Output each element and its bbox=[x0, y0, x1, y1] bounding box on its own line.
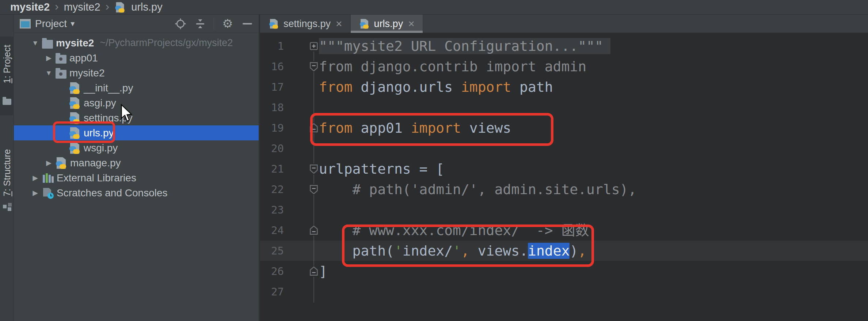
tree-item-path: ~/PycharmProjects/gx/mysite2 bbox=[100, 37, 233, 49]
chevron-right-icon[interactable]: ▶ bbox=[28, 174, 42, 182]
tree-item-asgi.py[interactable]: asgi.py bbox=[14, 95, 259, 110]
tree-item-settings.py[interactable]: settings.py bbox=[14, 110, 259, 125]
line-number: 16 bbox=[260, 56, 284, 77]
toolbar-separator bbox=[214, 18, 214, 30]
tree-item-label: asgi.py bbox=[84, 97, 116, 109]
fold-marker[interactable] bbox=[309, 41, 319, 52]
tree-item-label: Scratches and Consoles bbox=[57, 187, 168, 199]
folder-icon bbox=[42, 40, 53, 49]
tree-item-label: External Libraries bbox=[57, 172, 136, 184]
code-text[interactable]: # path('admin/', admin.site.urls), bbox=[319, 179, 636, 200]
line-number: 25 bbox=[260, 241, 284, 261]
libraries-icon bbox=[42, 172, 54, 184]
python-file-icon bbox=[269, 19, 279, 29]
chevron-down-icon[interactable]: ▼ bbox=[42, 69, 56, 77]
line-number: 1 bbox=[260, 36, 284, 56]
breadcrumb-item-project[interactable]: mysite2 bbox=[10, 1, 50, 13]
tree-item-label: wsgi.py bbox=[84, 142, 118, 154]
tool-button-structure-label[interactable]: 7: Structure bbox=[0, 143, 14, 203]
tree-item-External Libraries[interactable]: ▶External Libraries bbox=[14, 170, 259, 185]
close-icon[interactable]: × bbox=[408, 18, 415, 30]
tree-item-manage.py[interactable]: ▶manage.py bbox=[14, 155, 259, 170]
python-file-icon bbox=[56, 157, 67, 169]
locate-icon[interactable] bbox=[174, 18, 187, 30]
tab-label: settings.py bbox=[283, 18, 331, 30]
code-line-16[interactable]: 16from django.contrib import admin bbox=[260, 56, 868, 77]
tree-item-label: __init__.py bbox=[84, 82, 133, 94]
tree-item-wsgi.py[interactable]: wsgi.py bbox=[14, 140, 259, 155]
python-file-icon bbox=[69, 82, 81, 94]
tree-item-label: mysite2 bbox=[56, 37, 94, 49]
tab-label: urls.py bbox=[374, 18, 403, 30]
code-text[interactable]: from django.contrib import admin bbox=[319, 56, 586, 77]
fold-marker[interactable] bbox=[309, 266, 319, 277]
code-text[interactable]: urlpatterns = [ bbox=[319, 159, 444, 179]
line-number: 22 bbox=[260, 179, 284, 200]
pycharm-window: mysite2 › mysite2 › urls.py 1: Project 7… bbox=[0, 0, 868, 321]
chevron-right-icon[interactable]: ▶ bbox=[28, 189, 42, 197]
collapse-all-icon[interactable] bbox=[194, 18, 206, 30]
tool-button-project-label[interactable]: 1: Project bbox=[0, 39, 14, 89]
code-line-22[interactable]: 22 # path('admin/', admin.site.urls), bbox=[260, 179, 868, 200]
tree-item-label: app01 bbox=[69, 52, 98, 64]
tree-item-urls.py[interactable]: urls.py bbox=[14, 125, 259, 140]
line-number: 24 bbox=[260, 220, 284, 241]
tab-settings.py[interactable]: settings.py× bbox=[260, 15, 351, 33]
tree-item-mysite2[interactable]: ▼mysite2 bbox=[14, 65, 259, 80]
code-text[interactable]: ] bbox=[319, 261, 327, 282]
annotation-box-path-index bbox=[342, 224, 594, 267]
line-number: 26 bbox=[260, 261, 284, 282]
line-number: 19 bbox=[260, 118, 284, 138]
settings-gear-icon[interactable]: ⚙ bbox=[221, 18, 234, 30]
chevron-right-icon: › bbox=[55, 0, 59, 13]
structure-icon bbox=[3, 205, 7, 208]
chevron-down-icon[interactable]: ▼ bbox=[28, 39, 42, 47]
breadcrumb-item-package[interactable]: mysite2 bbox=[64, 1, 100, 13]
code-line-17[interactable]: 17from django.urls import path bbox=[260, 77, 868, 97]
python-file-icon bbox=[115, 2, 126, 12]
chevron-right-icon[interactable]: ▶ bbox=[42, 54, 56, 62]
code-text[interactable]: """mysite2 URL Configuration...""" bbox=[319, 36, 610, 56]
panel-title[interactable]: Project bbox=[35, 18, 67, 30]
project-view-icon bbox=[20, 19, 31, 29]
package-icon bbox=[56, 70, 66, 79]
tree-item-app01[interactable]: ▶app01 bbox=[14, 50, 259, 65]
editor-area: settings.py×urls.py× 1"""mysite2 URL Con… bbox=[260, 15, 868, 321]
tree-item-label: manage.py bbox=[70, 157, 121, 169]
tree-item-Scratches and Consoles[interactable]: ▶Scratches and Consoles bbox=[14, 185, 259, 200]
project-panel-header: Project ▾ ⚙ bbox=[14, 15, 259, 33]
line-number: 23 bbox=[260, 200, 284, 220]
code-line-21[interactable]: 21urlpatterns = [ bbox=[260, 159, 868, 179]
breadcrumb: mysite2 › mysite2 › urls.py bbox=[0, 0, 868, 15]
code-line-23[interactable]: 23 bbox=[260, 200, 868, 220]
package-icon bbox=[56, 55, 66, 64]
code-line-1[interactable]: 1"""mysite2 URL Configuration...""" bbox=[260, 36, 868, 56]
chevron-down-icon[interactable]: ▾ bbox=[71, 19, 75, 29]
chevron-right-icon: › bbox=[106, 0, 110, 13]
hide-panel-icon[interactable] bbox=[241, 18, 254, 30]
line-number: 27 bbox=[260, 282, 284, 302]
mouse-cursor bbox=[120, 104, 133, 123]
tree-item-label: mysite2 bbox=[69, 67, 104, 79]
breadcrumb-item-file[interactable]: urls.py bbox=[131, 1, 162, 13]
tab-urls.py[interactable]: urls.py× bbox=[351, 15, 423, 33]
fold-marker[interactable] bbox=[309, 225, 319, 236]
code-text[interactable]: from django.urls import path bbox=[319, 77, 553, 97]
python-file-icon bbox=[69, 142, 81, 154]
fold-marker[interactable] bbox=[309, 61, 319, 72]
scratches-icon bbox=[42, 187, 54, 199]
left-tool-stripe: 1: Project 7: Structure bbox=[0, 15, 14, 321]
line-number: 18 bbox=[260, 97, 284, 118]
fold-marker[interactable] bbox=[309, 184, 319, 195]
tree-item-mysite2[interactable]: ▼mysite2~/PycharmProjects/gx/mysite2 bbox=[14, 35, 259, 50]
close-icon[interactable]: × bbox=[336, 18, 342, 30]
annotation-box-urls-py bbox=[53, 121, 115, 143]
code-line-27[interactable]: 27 bbox=[260, 282, 868, 302]
line-number: 20 bbox=[260, 138, 284, 159]
annotation-box-import-views bbox=[310, 113, 553, 146]
chevron-right-icon[interactable]: ▶ bbox=[42, 159, 56, 167]
tree-item-__init__.py[interactable]: __init__.py bbox=[14, 80, 259, 95]
python-file-icon bbox=[359, 19, 369, 29]
project-panel: Project ▾ ⚙ ▼mysite2~/PycharmProjects/g bbox=[14, 15, 260, 321]
fold-marker[interactable] bbox=[309, 163, 319, 174]
